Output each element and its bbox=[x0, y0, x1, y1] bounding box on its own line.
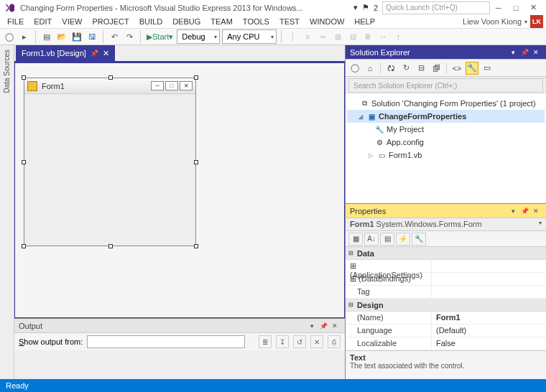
menu-test[interactable]: TEST bbox=[275, 16, 304, 27]
start-button[interactable]: ▶ Start ▾ bbox=[145, 29, 175, 44]
maximize-button[interactable]: □ bbox=[507, 1, 524, 15]
close-icon[interactable]: ✕ bbox=[329, 321, 341, 331]
open-button[interactable]: 📂 bbox=[55, 29, 68, 44]
categorized-button[interactable]: ▦ bbox=[348, 233, 363, 246]
close-icon[interactable]: ✕ bbox=[530, 206, 542, 216]
menu-team[interactable]: TEAM bbox=[206, 16, 237, 27]
undo-button[interactable]: ↶ bbox=[108, 29, 121, 44]
platform-combo[interactable]: Any CPU bbox=[222, 29, 277, 44]
category-data[interactable]: ⊟Data bbox=[346, 247, 546, 260]
app-config-label: App.config bbox=[387, 138, 424, 146]
resize-handle[interactable] bbox=[194, 244, 198, 248]
resize-handle[interactable] bbox=[22, 160, 26, 164]
preview-icon[interactable]: ▭ bbox=[481, 62, 494, 75]
nav-fwd-button[interactable]: ▸ bbox=[18, 29, 31, 44]
tree-project[interactable]: ◢ ▣ ChangeFormProperties bbox=[347, 110, 545, 123]
close-button[interactable]: ✕ bbox=[524, 1, 542, 15]
align-button[interactable]: ═ bbox=[316, 29, 329, 44]
category-design[interactable]: ⊟Design bbox=[346, 299, 546, 312]
pin-icon[interactable]: 📌 bbox=[519, 206, 530, 216]
solution-search-input[interactable]: Search Solution Explorer (Ctrl+;) bbox=[348, 78, 543, 93]
align-button[interactable]: Ⅲ bbox=[361, 29, 374, 44]
save-button[interactable]: 💾 bbox=[70, 29, 83, 44]
form-close-button[interactable]: ✕ bbox=[180, 81, 193, 90]
align-button[interactable]: ↔ bbox=[376, 29, 389, 44]
close-icon[interactable]: ✕ bbox=[103, 49, 109, 58]
menu-tools[interactable]: TOOLS bbox=[239, 16, 274, 27]
save-all-button[interactable]: 🖫 bbox=[85, 29, 98, 44]
menu-edit[interactable]: EDIT bbox=[29, 16, 56, 27]
dropdown-icon[interactable]: ▾ bbox=[306, 321, 318, 331]
collapse-icon[interactable]: ⊟ bbox=[415, 62, 427, 75]
sync-icon[interactable]: 🗘 bbox=[384, 62, 397, 75]
document-tab-form1[interactable]: Form1.vb [Design] 📌 ✕ bbox=[16, 45, 115, 61]
form-maximize-button[interactable]: □ bbox=[165, 81, 178, 90]
show-all-icon[interactable]: 🗐 bbox=[430, 62, 443, 75]
prop-tag[interactable]: Tag bbox=[346, 286, 546, 299]
user-account[interactable]: Liew Voon Kiong ▾ LK bbox=[463, 15, 543, 28]
align-button[interactable]: ⊟ bbox=[346, 29, 359, 44]
output-btn[interactable]: ↺ bbox=[293, 335, 306, 348]
resize-handle[interactable] bbox=[194, 160, 198, 164]
pin-icon[interactable]: 📌 bbox=[91, 50, 98, 57]
output-btn[interactable]: ≣ bbox=[259, 335, 272, 348]
menu-project[interactable]: PROJECT bbox=[88, 16, 133, 27]
config-combo[interactable]: Debug bbox=[177, 29, 220, 44]
minimize-button[interactable]: ─ bbox=[490, 1, 507, 15]
resize-handle[interactable] bbox=[108, 244, 113, 248]
output-source-combo[interactable] bbox=[87, 335, 245, 348]
output-btn[interactable]: ⎙ bbox=[328, 335, 341, 348]
form-window[interactable]: Form1 ─ □ ✕ bbox=[24, 78, 196, 246]
menu-debug[interactable]: DEBUG bbox=[168, 16, 205, 27]
back-icon[interactable]: ◯ bbox=[348, 62, 361, 75]
dropdown-icon[interactable]: ▾ bbox=[507, 47, 519, 57]
align-button[interactable]: ⊞ bbox=[331, 29, 344, 44]
properties-object-combo[interactable]: Form1 System.Windows.Forms.Form ▾ bbox=[346, 218, 546, 231]
resize-handle[interactable] bbox=[22, 244, 26, 248]
home-icon[interactable]: ⌂ bbox=[364, 62, 376, 75]
prop-databindings[interactable]: ⊞ (DataBindings) bbox=[346, 273, 546, 286]
nav-back-button[interactable]: ◯ bbox=[3, 29, 16, 44]
prop-localizable[interactable]: LocalizableFalse bbox=[346, 337, 546, 350]
alphabetical-button[interactable]: A↓ bbox=[364, 233, 379, 246]
redo-button[interactable]: ↷ bbox=[123, 29, 136, 44]
prop-name[interactable]: (Name)Form1 bbox=[346, 312, 546, 325]
events-button[interactable]: ⚡ bbox=[396, 233, 410, 246]
resize-handle[interactable] bbox=[194, 75, 198, 80]
form-minimize-button[interactable]: ─ bbox=[151, 81, 164, 90]
expander-icon[interactable]: ▷ bbox=[367, 152, 374, 159]
menu-file[interactable]: FILE bbox=[3, 16, 28, 27]
resize-handle[interactable] bbox=[108, 75, 113, 80]
prop-language[interactable]: Language(Default) bbox=[346, 325, 546, 337]
resize-handle[interactable] bbox=[22, 75, 26, 80]
prop-applicationsettings[interactable]: ⊞ (ApplicationSettings) bbox=[346, 260, 546, 273]
refresh-icon[interactable]: ↻ bbox=[399, 62, 412, 75]
quick-launch-input[interactable]: Quick Launch (Ctrl+Q) bbox=[382, 1, 490, 14]
properties-button[interactable]: ▤ bbox=[380, 233, 394, 246]
align-button[interactable]: ┊ bbox=[286, 29, 299, 44]
dropdown-icon[interactable]: ▾ bbox=[507, 206, 519, 216]
close-icon[interactable]: ✕ bbox=[530, 47, 542, 57]
new-project-button[interactable]: ▤ bbox=[40, 29, 53, 44]
tree-app-config[interactable]: ⚙ App.config bbox=[347, 136, 545, 149]
menu-window[interactable]: WINDOW bbox=[305, 16, 348, 27]
pin-icon[interactable]: 📌 bbox=[318, 321, 329, 331]
designer-surface[interactable]: Form1 ─ □ ✕ bbox=[14, 61, 345, 318]
notifications[interactable]: ▾ ⚑ 2 bbox=[353, 3, 378, 12]
menu-help[interactable]: HELP bbox=[350, 16, 379, 27]
tree-my-project[interactable]: 🔧 My Project bbox=[347, 123, 545, 136]
tree-solution[interactable]: ⧉ Solution 'Changing Form Properties' (1… bbox=[347, 97, 545, 110]
menu-build[interactable]: BUILD bbox=[135, 16, 167, 27]
output-btn[interactable]: ✕ bbox=[310, 335, 323, 348]
tree-form1[interactable]: ▷ ▭ Form1.vb bbox=[347, 149, 545, 162]
expander-icon[interactable]: ◢ bbox=[357, 113, 364, 120]
output-btn[interactable]: ↧ bbox=[276, 335, 289, 348]
data-sources-rail[interactable]: Data Sources bbox=[0, 45, 14, 379]
align-button[interactable]: ↕ bbox=[392, 29, 404, 44]
align-button[interactable]: ≡ bbox=[301, 29, 314, 44]
code-icon[interactable]: <> bbox=[450, 62, 463, 75]
property-pages-button[interactable]: 🔧 bbox=[412, 233, 426, 246]
properties-icon[interactable]: 🔧 bbox=[466, 62, 478, 75]
pin-icon[interactable]: 📌 bbox=[519, 47, 530, 57]
menu-view[interactable]: VIEW bbox=[57, 16, 86, 27]
